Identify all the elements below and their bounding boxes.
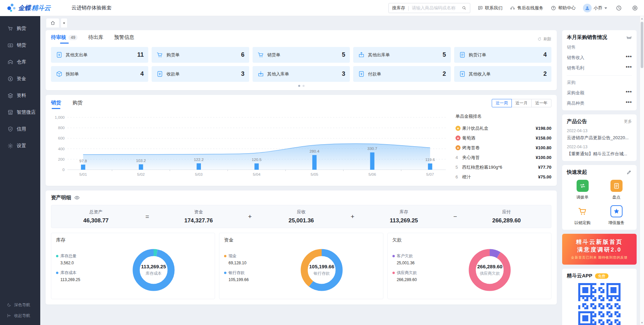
ranking-row[interactable]: 6 橙汁 ¥75.00 [455, 172, 551, 182]
history-button[interactable] [614, 4, 623, 12]
tile-purchase-bill[interactable]: 购货单6 [152, 47, 249, 63]
item-name: 夹心海苔 [462, 155, 536, 161]
scrollbar-down-arrow[interactable]: ▼ [641, 320, 643, 325]
app-logo[interactable]: 金蝶 精斗云 [0, 4, 51, 12]
gold-medal-icon [455, 126, 461, 131]
layers-icon [7, 93, 13, 99]
sidebar-item-funds[interactable]: 资金 [0, 70, 40, 87]
clipboard-icon [610, 180, 623, 192]
sidebar-item-purchase[interactable]: 购货 [0, 20, 40, 37]
operator-plus: + [346, 213, 359, 220]
quick-launch-card: 快速发起 调拨单 盘点 以 [562, 165, 637, 230]
pending-approval-count-badge: 49 [68, 35, 77, 40]
after-sales-service-label: 售后在线服务 [517, 5, 543, 11]
dark-nav-toggle[interactable]: 深色导航 [0, 300, 40, 310]
quick-label: 调拨单 [577, 195, 589, 200]
clock-icon [616, 5, 622, 11]
tile-payment-bill[interactable]: 付款单2 [353, 66, 450, 82]
stat-value-masked: *** [626, 100, 632, 106]
tile-other-income-bill[interactable]: 其他收入单2 [454, 66, 551, 82]
announcement-item[interactable]: 2022-04-13 【重要通知】精斗云工作台城... [567, 145, 632, 157]
tab-pending-approval[interactable]: 待审核 49 [51, 34, 77, 44]
scrollbar-thumb[interactable] [641, 22, 643, 68]
tile-count: 2 [440, 70, 446, 77]
ranking-row[interactable]: 5 西红柿意粉酱190g*6 ¥77.70 [455, 162, 551, 172]
tile-count: 4 [138, 70, 144, 77]
item-amount: ¥198.00 [536, 126, 551, 131]
pencil-icon[interactable] [626, 169, 632, 175]
pagination-dot[interactable] [298, 85, 300, 87]
quick-value-added-service[interactable]: 增值服务 [601, 205, 632, 226]
pagination-dot[interactable] [303, 85, 305, 87]
svg-text:800: 800 [58, 126, 65, 130]
tab-home[interactable] [46, 18, 59, 28]
help-center-link[interactable]: 帮助中心 [551, 5, 576, 11]
contact-us-label: 联系我们 [485, 5, 502, 11]
sidebar-item-warehouse[interactable]: 仓库 [0, 54, 40, 70]
chevron-down-icon [63, 22, 65, 25]
tab-pending-outbound[interactable]: 待出库 [88, 34, 103, 44]
sidebar-item-credit[interactable]: 信用 [0, 121, 40, 138]
sidebar-item-sales[interactable]: 销货 [0, 37, 40, 54]
right-column: 本月采购销售情况 销售 销售收入 *** 销售毛利 *** 采购 [562, 30, 637, 325]
app-title-row: 精斗云APP免费 [567, 273, 632, 279]
page-scrollbar[interactable]: ▲ ▼ [640, 16, 644, 325]
more-link[interactable]: 更多 [624, 119, 632, 124]
summary-label: 资金 [154, 209, 243, 215]
tile-other-expense-bill[interactable]: 其他支出单11 [51, 47, 148, 63]
doc-icon [459, 51, 466, 58]
date-range-switch: 近一周 近一月 近一年 [492, 99, 551, 107]
range-week-button[interactable]: 近一周 [492, 99, 512, 107]
range-year-button[interactable]: 近一年 [531, 99, 551, 107]
user-menu[interactable]: 小乔 [583, 4, 607, 12]
tab-purchase-trend[interactable]: 购货 [72, 100, 83, 109]
refresh-button[interactable]: 刷新 [537, 36, 551, 42]
tile-other-outbound-bill[interactable]: 其他出库单5 [353, 47, 450, 63]
tile-sales-bill[interactable]: 销货单5 [253, 47, 350, 63]
sidebar-item-data[interactable]: 资料 [0, 87, 40, 104]
contact-us-link[interactable]: 联系我们 [478, 5, 502, 11]
rank-number: 6 [455, 174, 462, 179]
after-sales-service-link[interactable]: 售后在线服务 [510, 5, 543, 11]
pending-tasks-card: 待审核 49 待出库 预警信息 刷新 其他支出单11 购货单6 销货单5 [46, 30, 557, 90]
assets-detail-card: 资产明细 总资产 46,308.77 = 资金 174,327.76 [46, 191, 557, 305]
ranking-row[interactable]: 果汁饮品礼盒 ¥198.00 [455, 123, 551, 133]
guide-button[interactable] [631, 4, 639, 12]
tab-sales-trend[interactable]: 销货 [51, 100, 61, 109]
tab-list-dropdown[interactable] [61, 18, 67, 28]
ranking-row[interactable]: 4 夹心海苔 ¥100.00 [455, 153, 551, 162]
eye-icon[interactable] [74, 195, 80, 201]
banner-line2: 满意度调研2.0 [577, 246, 622, 254]
content-area: 待审核 49 待出库 预警信息 刷新 其他支出单11 购货单6 销货单5 [40, 16, 644, 325]
tile-receipt-bill[interactable]: 收款单3 [152, 66, 249, 82]
quick-purchase-by-sales[interactable]: 以销定购 [567, 205, 598, 226]
sidebar-item-micro-store[interactable]: 智慧微店 [0, 104, 40, 121]
tile-other-inbound-bill[interactable]: 其他入库单3 [253, 66, 350, 82]
tile-purchase-order[interactable]: 购货订单4 [454, 47, 551, 63]
tile-disassembly-bill[interactable]: 拆卸单4 [51, 66, 148, 82]
scrollbar-up-arrow[interactable]: ▲ [641, 16, 643, 21]
item-amount: ¥100.00 [536, 155, 551, 160]
search-box[interactable]: 搜库存 | [388, 3, 470, 13]
survey-banner[interactable]: 精斗云新版首页 满意度调研2.0 全新首页已到来 期待收到您的反馈 [562, 234, 637, 265]
quick-stocktake[interactable]: 盘点 [601, 180, 632, 200]
cart-icon [257, 51, 264, 58]
announcement-item[interactable]: 2022-04-13 云进销存产品更新公告_20220... [567, 128, 632, 141]
search-icon[interactable] [462, 5, 467, 10]
sidebar-item-label: 销货 [17, 42, 26, 48]
svg-text:122.2: 122.2 [194, 158, 204, 162]
funds-donut-wrap: 105,199.66 银行存款 [265, 245, 378, 295]
funds-group: 资金 现金 69,128.10 银行存款 105,199.66 [219, 233, 383, 299]
item-name: 西红柿意粉酱190g*6 [462, 164, 538, 170]
ranking-row[interactable]: 烤海苔卷 ¥100.80 [455, 143, 551, 153]
ranking-row[interactable]: 葡萄酒 ¥158.00 [455, 133, 551, 143]
sidebar-item-settings[interactable]: 设置 [0, 138, 40, 154]
tab-alert-info[interactable]: 预警信息 [114, 34, 134, 44]
quick-transfer-bill[interactable]: 调拨单 [567, 180, 598, 200]
glasses-privacy-icon[interactable] [626, 35, 632, 40]
search-input[interactable] [412, 5, 462, 10]
svg-text:5/05: 5/05 [311, 172, 318, 176]
collapse-nav-button[interactable]: 收起导航 [0, 310, 40, 321]
search-category-selector[interactable]: 搜库存 [392, 5, 405, 11]
range-month-button[interactable]: 近一月 [512, 99, 532, 107]
